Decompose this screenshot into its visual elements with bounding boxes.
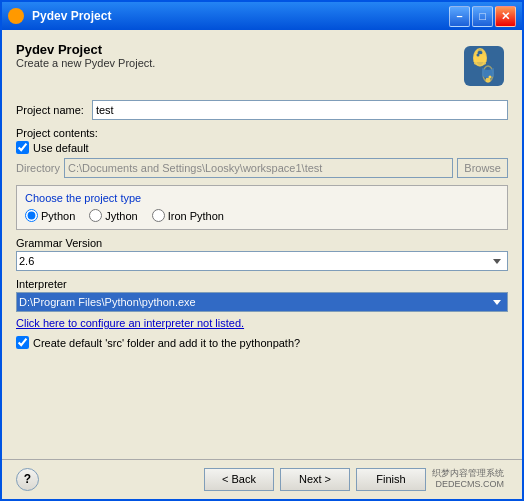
interpreter-select[interactable]: D:\Program Files\Python\python.exe xyxy=(16,292,508,312)
header-section: Pydev Project Create a new Pydev Project… xyxy=(16,42,508,90)
back-button[interactable]: < Back xyxy=(204,468,274,491)
grammar-version-section: Grammar Version 2.6 2.7 3.0 3.1 xyxy=(16,237,508,271)
project-name-label: Project name: xyxy=(16,104,84,116)
window-title: Pydev Project xyxy=(32,9,445,23)
header-text: Pydev Project Create a new Pydev Project… xyxy=(16,42,155,69)
bottom-right: < Back Next > Finish 织梦内容管理系统 DEDECMS.CO… xyxy=(204,468,508,491)
configure-interpreter-link[interactable]: Click here to configure an interpreter n… xyxy=(16,317,508,329)
maximize-button[interactable]: □ xyxy=(472,6,493,27)
interpreter-label: Interpreter xyxy=(16,278,508,290)
next-button[interactable]: Next > xyxy=(280,468,350,491)
window-controls: – □ ✕ xyxy=(449,6,516,27)
watermark-line2: DEDECMS.COM xyxy=(432,479,504,491)
browse-button: Browse xyxy=(457,158,508,178)
directory-row: Directory Browse xyxy=(16,158,508,178)
grammar-version-label: Grammar Version xyxy=(16,237,508,249)
radio-ironpython-input[interactable] xyxy=(152,209,165,222)
window-icon xyxy=(8,8,24,24)
help-button[interactable]: ? xyxy=(16,468,39,491)
src-folder-label: Create default 'src' folder and add it t… xyxy=(33,337,300,349)
watermark: 织梦内容管理系统 DEDECMS.COM xyxy=(432,468,508,491)
radio-jython-input[interactable] xyxy=(89,209,102,222)
bottom-bar: ? < Back Next > Finish 织梦内容管理系统 DEDECMS.… xyxy=(2,459,522,499)
radio-python-label: Python xyxy=(41,210,75,222)
radio-python: Python xyxy=(25,209,75,222)
python-logo-svg xyxy=(460,42,508,90)
project-name-input[interactable] xyxy=(92,100,508,120)
bottom-left: ? xyxy=(16,468,39,491)
project-contents-group: Project contents: Use default Directory … xyxy=(16,127,508,178)
main-window: Pydev Project – □ ✕ Pydev Project Create… xyxy=(0,0,524,501)
project-name-group: Project name: xyxy=(16,100,508,120)
close-button[interactable]: ✕ xyxy=(495,6,516,27)
title-bar: Pydev Project – □ ✕ xyxy=(2,2,522,30)
project-type-title: Choose the project type xyxy=(25,192,499,204)
python-logo xyxy=(460,42,508,90)
watermark-line1: 织梦内容管理系统 xyxy=(432,468,504,480)
svg-point-8 xyxy=(477,54,480,57)
use-default-row: Use default xyxy=(16,141,508,154)
radio-ironpython: Iron Python xyxy=(152,209,224,222)
svg-point-9 xyxy=(489,76,492,79)
dialog-title: Pydev Project xyxy=(16,42,155,57)
src-folder-checkbox[interactable] xyxy=(16,336,29,349)
grammar-version-row: 2.6 2.7 3.0 3.1 xyxy=(16,251,508,271)
radio-jython: Jython xyxy=(89,209,137,222)
radio-python-input[interactable] xyxy=(25,209,38,222)
project-type-section: Choose the project type Python Jython Ir… xyxy=(16,185,508,230)
interpreter-section: Interpreter D:\Program Files\Python\pyth… xyxy=(16,278,508,312)
radio-ironpython-label: Iron Python xyxy=(168,210,224,222)
window-body: Pydev Project Create a new Pydev Project… xyxy=(2,30,522,459)
minimize-button[interactable]: – xyxy=(449,6,470,27)
dialog-subtitle: Create a new Pydev Project. xyxy=(16,57,155,69)
finish-button[interactable]: Finish xyxy=(356,468,426,491)
grammar-version-select[interactable]: 2.6 2.7 3.0 3.1 xyxy=(16,251,508,271)
directory-input xyxy=(64,158,453,178)
radio-jython-label: Jython xyxy=(105,210,137,222)
use-default-checkbox[interactable] xyxy=(16,141,29,154)
project-type-radio-row: Python Jython Iron Python xyxy=(25,209,499,222)
use-default-label: Use default xyxy=(33,142,89,154)
src-folder-row: Create default 'src' folder and add it t… xyxy=(16,336,508,349)
project-contents-label: Project contents: xyxy=(16,127,508,139)
project-name-row: Project name: xyxy=(16,100,508,120)
directory-label: Directory xyxy=(16,162,60,174)
